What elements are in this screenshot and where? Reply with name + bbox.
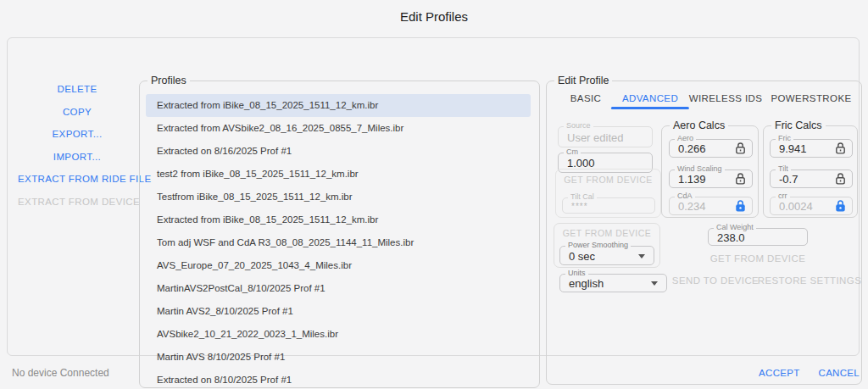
aero-field[interactable]: Aero 0.266 <box>669 139 753 158</box>
tilt-cal-label: Tilt Cal <box>568 192 597 201</box>
get-from-device-calweight-button[interactable]: GET FROM DEVICE <box>707 253 809 264</box>
send-to-device-button[interactable]: SEND TO DEVICE <box>665 275 766 286</box>
profile-list-item[interactable]: Extracted from iBike_08_15_2025_1511_12_… <box>146 208 531 231</box>
tilt-cal-field: Tilt Cal **** <box>562 197 655 214</box>
status-bar-text: No device Connected <box>12 367 109 379</box>
tilt-label: Tilt <box>776 164 791 173</box>
restore-settings-button[interactable]: RESTORE SETTINGS <box>754 275 865 286</box>
tab-basic[interactable]: BASIC <box>570 93 602 103</box>
profile-list-item[interactable]: Extracted from iBike_08_15_2025_1511_12_… <box>146 94 531 117</box>
profile-list-item[interactable]: AVSbike2_10_21_2022_0023_1_Miles.ibr <box>146 323 531 346</box>
cm-value: 1.000 <box>567 157 595 169</box>
cal-weight-field[interactable]: Cal Weight 238.0 <box>708 228 808 246</box>
main-panel: DELETE COPY EXPORT... IMPORT... EXTRACT … <box>7 37 860 356</box>
tab-powerstroke[interactable]: POWERSTROKE <box>771 93 851 103</box>
units-value: english <box>569 277 604 290</box>
fric-field[interactable]: Fric 9.941 <box>770 139 853 158</box>
export-button[interactable]: EXPORT... <box>18 123 136 146</box>
cancel-button[interactable]: CANCEL <box>819 368 860 378</box>
crr-field[interactable]: crr 0.0024 <box>770 197 853 215</box>
crr-value: 0.0024 <box>779 200 813 213</box>
aero-label: Aero <box>675 134 696 142</box>
profiles-group: Profiles Extracted from iBike_08_15_2025… <box>139 81 540 388</box>
profile-list-item[interactable]: Extracted from AVSbike2_08_16_2025_0855_… <box>146 117 531 140</box>
cal-weight-value: 238.0 <box>717 231 745 243</box>
aero-calcs-label: Aero Calcs <box>670 119 728 131</box>
profiles-group-label: Profiles <box>147 75 190 86</box>
profile-list-item[interactable]: test2 from iBike_08_15_2025_1511_12_km.i… <box>146 163 531 186</box>
units-dropdown[interactable]: Units english <box>559 274 667 292</box>
lock-icon[interactable] <box>835 200 846 213</box>
crr-label: crr <box>776 192 790 200</box>
page-title: Edit Profiles <box>0 9 868 24</box>
fric-value: 9.941 <box>779 142 807 155</box>
cm-label: Cm <box>564 147 581 156</box>
action-column: DELETE COPY EXPORT... IMPORT... EXTRACT … <box>18 78 136 214</box>
cda-label: CdA <box>675 192 695 200</box>
source-field: Source User edited <box>558 126 653 147</box>
fric-label: Fric <box>776 134 793 142</box>
source-value: User edited <box>567 131 623 143</box>
tilt-field[interactable]: Tilt -0.7 <box>770 169 853 188</box>
extract-from-ride-file-button[interactable]: EXTRACT FROM RIDE FILE <box>18 168 136 191</box>
unlock-icon[interactable] <box>735 173 746 186</box>
chevron-down-icon <box>638 254 645 258</box>
copy-button[interactable]: COPY <box>18 101 136 124</box>
profile-list-item[interactable]: AVS_Europe_07_20_2025_1043_4_Miles.ibr <box>146 254 531 277</box>
unlock-icon[interactable] <box>735 142 746 155</box>
source-label: Source <box>564 121 593 130</box>
profile-list-item[interactable]: Martin AVS 8/10/2025 Prof #1 <box>146 346 531 369</box>
edit-profile-group: Edit Profile BASIC ADVANCED WIRELESS IDS… <box>546 81 862 385</box>
wind-scaling-value: 1.139 <box>678 173 706 186</box>
tilt-value: -0.7 <box>779 173 798 186</box>
profiles-list[interactable]: Extracted from iBike_08_15_2025_1511_12_… <box>146 94 531 389</box>
profile-list-item[interactable]: Extracted on 8/10/2025 Prof #1 <box>146 369 531 389</box>
power-smoothing-dropdown[interactable]: Power Smoothing 0 sec <box>559 246 654 265</box>
unlock-icon[interactable] <box>835 173 846 186</box>
cda-field[interactable]: CdA 0.234 <box>669 197 753 215</box>
unlock-icon[interactable] <box>835 142 846 155</box>
power-smoothing-group: GET FROM DEVICE Power Smoothing 0 sec <box>554 223 660 268</box>
lock-icon[interactable] <box>735 200 746 213</box>
footer-actions: ACCEPT CANCEL <box>759 368 860 378</box>
extract-from-device-button[interactable]: EXTRACT FROM DEVICE <box>18 191 136 214</box>
get-from-device-power-button[interactable]: GET FROM DEVICE <box>554 228 659 238</box>
profile-list-item[interactable]: Testfrom iBike_08_15_2025_1511_12_km.ibr <box>146 186 531 208</box>
edit-profile-group-label: Edit Profile <box>554 75 612 86</box>
profile-list-item[interactable]: Tom adj WSF and CdA R3_08_08_2025_1144_1… <box>146 231 531 254</box>
edit-profiles-dialog: Edit Profiles DELETE COPY EXPORT... IMPO… <box>0 0 868 389</box>
chevron-down-icon <box>651 281 658 286</box>
wind-scaling-label: Wind Scaling <box>675 164 725 173</box>
delete-button[interactable]: DELETE <box>18 78 136 101</box>
import-button[interactable]: IMPORT... <box>18 146 136 169</box>
tab-wireless-ids[interactable]: WIRELESS IDS <box>689 93 763 103</box>
cda-value: 0.234 <box>678 200 706 213</box>
units-label: Units <box>565 269 588 277</box>
accept-button[interactable]: ACCEPT <box>759 368 799 378</box>
wind-scaling-field[interactable]: Wind Scaling 1.139 <box>669 169 753 188</box>
profile-list-item[interactable]: Extracted on 8/16/2025 Prof #1 <box>146 140 531 163</box>
profile-list-item[interactable]: Martin AVS2_8/10/2025 Prof #1 <box>146 300 531 323</box>
aero-value: 0.266 <box>678 142 706 155</box>
tab-advanced[interactable]: ADVANCED <box>622 93 678 103</box>
fric-calcs-label: Fric Calcs <box>771 119 826 131</box>
profile-list-item[interactable]: MartinAVS2PostCal_8/10/2025 Prof #1 <box>146 277 531 300</box>
tilt-cal-value: **** <box>571 201 588 210</box>
power-smoothing-label: Power Smoothing <box>565 241 631 249</box>
get-from-device-tilt-button[interactable]: GET FROM DEVICE <box>556 175 660 185</box>
aero-calcs-group: Aero Calcs Aero 0.266 Wind Scaling 1.139 <box>661 125 759 218</box>
fric-calcs-group: Fric Calcs Fric 9.941 Tilt -0.7 crr <box>763 125 858 218</box>
power-smoothing-value: 0 sec <box>569 249 595 262</box>
tilt-cal-group: GET FROM DEVICE Tilt Cal **** <box>555 169 661 218</box>
